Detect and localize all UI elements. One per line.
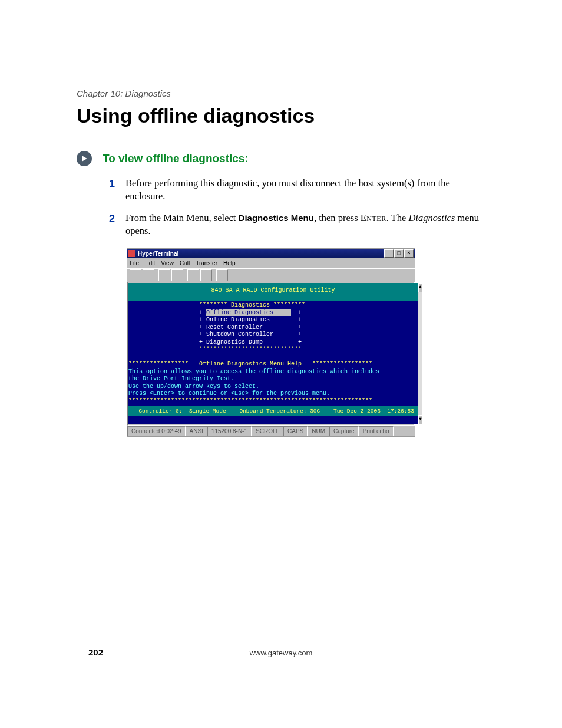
- step-text: Before performing this diagnostic, you m…: [125, 177, 450, 202]
- toolbar: [127, 268, 415, 282]
- menu-file[interactable]: File: [130, 260, 139, 266]
- terminal-area[interactable]: 840 SATA RAID Configuration Utility ****…: [128, 283, 418, 424]
- menu-item-offline-diagnostics[interactable]: Offline Diagnostics: [206, 309, 291, 316]
- help-line: Press <Enter> to continue or <Esc> for t…: [128, 390, 330, 397]
- toolbar-hangup-icon[interactable]: [171, 269, 183, 281]
- page-title: Using offline diagnostics: [77, 104, 485, 127]
- terminal-body: ******** Diagnostics ********* + Offline…: [128, 301, 418, 406]
- status-echo: Print echo: [359, 426, 394, 436]
- controller-status-line: Controller 0: Single Mode Onboard Temper…: [128, 406, 418, 416]
- step-text: From the Main Menu, select Diagnostics M…: [125, 212, 479, 236]
- toolbar-send-icon[interactable]: [187, 269, 199, 281]
- footer-url: www.gateway.com: [0, 648, 562, 657]
- step-1: 1 Before performing this diagnostic, you…: [109, 177, 485, 203]
- status-connected: Connected 0:02:49: [127, 426, 186, 436]
- status-caps: CAPS: [283, 426, 308, 436]
- toolbar-new-icon[interactable]: [130, 269, 141, 281]
- step-number: 2: [109, 212, 115, 226]
- window-title: HyperTerminal: [138, 251, 178, 257]
- scroll-up-icon[interactable]: ▲: [418, 283, 422, 292]
- menu-item-online-diagnostics[interactable]: + Online Diagnostics +: [128, 317, 302, 323]
- toolbar-properties-icon[interactable]: [216, 269, 228, 281]
- menu-view[interactable]: View: [161, 260, 174, 266]
- menu-call[interactable]: Call: [180, 260, 190, 266]
- status-config: 115200 8-N-1: [207, 426, 252, 436]
- procedure-title: To view offline diagnostics:: [103, 152, 249, 165]
- step-2: 2 From the Main Menu, select Diagnostics…: [109, 212, 485, 238]
- help-header: ***************** Offline Diagnostics Me…: [128, 361, 372, 367]
- menu-item-diagnostics-dump[interactable]: + Diagnostics Dump +: [128, 339, 302, 345]
- terminal-utility-title: 840 SATA RAID Configuration Utility: [128, 283, 418, 301]
- app-icon: [128, 250, 135, 257]
- menu-item-shutdown-controller[interactable]: + Shutdown Controller +: [128, 331, 302, 338]
- minimize-button[interactable]: _: [384, 249, 394, 258]
- scroll-down-icon[interactable]: ▼: [418, 415, 422, 424]
- svg-marker-0: [82, 156, 87, 162]
- menu-item-reset-controller[interactable]: + Reset Controller +: [128, 324, 302, 331]
- maximize-button[interactable]: □: [394, 249, 404, 258]
- status-emulation: ANSI: [186, 426, 207, 436]
- status-num: NUM: [308, 426, 329, 436]
- help-line: Use the up/down arrow keys to select.: [128, 383, 259, 390]
- toolbar-receive-icon[interactable]: [200, 269, 212, 281]
- window-titlebar[interactable]: HyperTerminal _ □ ×: [127, 249, 415, 258]
- close-button[interactable]: ×: [404, 249, 414, 258]
- menu-edit[interactable]: Edit: [145, 260, 155, 266]
- toolbar-call-icon[interactable]: [158, 269, 170, 281]
- chapter-label: Chapter 10: Diagnostics: [77, 88, 485, 98]
- toolbar-open-icon[interactable]: [143, 269, 154, 281]
- procedure-play-icon: [77, 151, 92, 166]
- help-line: This option allows you to access the off…: [128, 368, 379, 375]
- help-footer: ****************************************…: [128, 398, 372, 404]
- status-capture: Capture: [329, 426, 359, 436]
- menubar[interactable]: File Edit View Call Transfer Help: [127, 258, 415, 268]
- status-scroll: SCROLL: [252, 426, 283, 436]
- help-line: the Drive Port Integrity Test.: [128, 375, 234, 382]
- hyperterminal-window: HyperTerminal _ □ × File Edit View Call …: [127, 248, 415, 437]
- menu-help[interactable]: Help: [223, 260, 236, 266]
- hyperterminal-statusbar: Connected 0:02:49 ANSI 115200 8-N-1 SCRO…: [127, 426, 415, 436]
- menu-transfer[interactable]: Transfer: [196, 260, 217, 266]
- vertical-scrollbar[interactable]: ▲ ▼: [418, 283, 422, 424]
- step-number: 1: [109, 177, 115, 191]
